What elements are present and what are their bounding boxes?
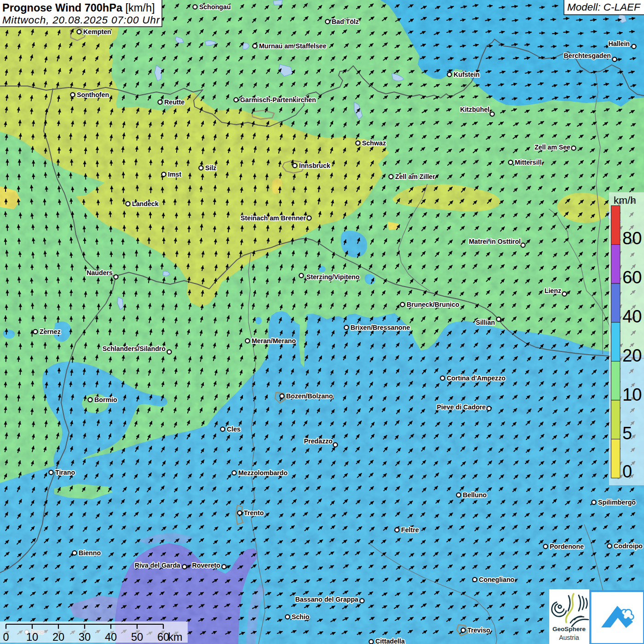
svg-text:Brixen/Bressanone: Brixen/Bressanone [351, 324, 410, 331]
svg-text:Kitzbühel: Kitzbühel [460, 106, 489, 113]
svg-text:Treviso: Treviso [467, 627, 490, 634]
svg-text:60: 60 [622, 268, 642, 287]
svg-text:0: 0 [622, 462, 632, 481]
svg-text:Trento: Trento [244, 509, 264, 517]
svg-text:Meran/Merano: Meran/Merano [252, 337, 296, 345]
svg-text:Bozen/Bolzano: Bozen/Bolzano [286, 392, 333, 400]
svg-text:Pieve di Cadore: Pieve di Cadore [437, 403, 486, 411]
svg-text:Steinach am Brenner: Steinach am Brenner [241, 214, 306, 222]
svg-text:Landeck: Landeck [132, 200, 159, 207]
svg-text:Matrei in Osttirol: Matrei in Osttirol [469, 238, 521, 245]
svg-text:Schlanders/Silandro: Schlanders/Silandro [103, 345, 166, 352]
svg-text:Sonthofen: Sonthofen [77, 91, 109, 98]
svg-text:Mittersill: Mittersill [515, 159, 541, 166]
svg-text:Cortina d'Ampezzo: Cortina d'Ampezzo [447, 374, 506, 382]
svg-text:50: 50 [131, 631, 143, 643]
svg-text:Bruneck/Brunico: Bruneck/Brunico [407, 301, 460, 308]
svg-text:km/h: km/h [614, 195, 636, 206]
svg-text:30: 30 [79, 631, 91, 643]
svg-text:Austria: Austria [559, 634, 579, 641]
svg-text:Cittadella: Cittadella [375, 638, 405, 644]
svg-text:Cles: Cles [227, 426, 241, 433]
svg-text:Bienno: Bienno [79, 549, 101, 557]
svg-text:GeoSphere: GeoSphere [552, 626, 586, 632]
svg-text:Sterzing/Vipiteno: Sterzing/Vipiteno [306, 273, 360, 281]
svg-text:Modell: C-LAEF: Modell: C-LAEF [567, 1, 641, 13]
svg-text:60: 60 [157, 631, 169, 643]
svg-text:Nauders: Nauders [86, 269, 113, 276]
svg-text:Innsbruck: Innsbruck [299, 162, 330, 169]
svg-text:Bassano del Grappa: Bassano del Grappa [295, 596, 358, 603]
svg-text:Garmisch-Partenkirchen: Garmisch-Partenkirchen [240, 96, 316, 104]
svg-text:0: 0 [3, 631, 9, 643]
svg-text:Silz: Silz [205, 164, 216, 172]
svg-text:10: 10 [622, 385, 642, 404]
svg-text:Zell am Ziller: Zell am Ziller [395, 173, 435, 180]
svg-text:5: 5 [622, 424, 632, 443]
svg-text:Riva del Garda: Riva del Garda [135, 562, 180, 569]
svg-text:Bad Tölz: Bad Tölz [332, 18, 359, 25]
svg-text:Kufstein: Kufstein [454, 71, 480, 78]
svg-text:Imst: Imst [168, 171, 181, 178]
svg-text:Zell am See: Zell am See [535, 144, 570, 151]
svg-text:Feltre: Feltre [401, 526, 419, 534]
svg-text:Sillian: Sillian [476, 319, 495, 326]
svg-text:Bormio: Bormio [94, 396, 117, 403]
svg-text:40: 40 [105, 631, 117, 643]
svg-text:Spilimbergo: Spilimbergo [598, 499, 636, 506]
svg-text:Belluno: Belluno [463, 491, 487, 499]
svg-text:Hallein: Hallein [608, 40, 630, 47]
svg-text:Predazzo: Predazzo [304, 437, 333, 445]
svg-text:Codroipo: Codroipo [614, 542, 643, 550]
svg-text:Prognose Wind 700hPa [km/h]: Prognose Wind 700hPa [km/h] [2, 2, 155, 14]
svg-text:10: 10 [26, 631, 38, 643]
svg-text:Conegliano: Conegliano [479, 576, 515, 583]
svg-text:Rovereto: Rovereto [192, 562, 221, 569]
svg-text:Berchtesgaden: Berchtesgaden [564, 52, 611, 59]
svg-text:km: km [168, 631, 182, 643]
svg-text:20: 20 [622, 346, 642, 365]
svg-text:Tirano: Tirano [55, 469, 75, 476]
svg-text:Reutte: Reutte [164, 98, 184, 106]
svg-text:Schio: Schio [292, 613, 310, 621]
svg-text:Murnau am Staffelsee: Murnau am Staffelsee [259, 42, 327, 50]
svg-text:40: 40 [622, 307, 642, 326]
svg-text:Schwaz: Schwaz [362, 139, 386, 147]
svg-text:Schongau: Schongau [199, 3, 231, 11]
svg-text:Kempten: Kempten [83, 28, 111, 35]
svg-text:20: 20 [52, 631, 64, 643]
svg-text:Lienz: Lienz [545, 287, 561, 294]
svg-text:Pordenone: Pordenone [550, 543, 584, 550]
svg-text:Mezzolombardo: Mezzolombardo [238, 469, 288, 477]
svg-text:80: 80 [622, 229, 642, 248]
svg-text:Mittwoch, 20.08.2025 07:00 Uhr: Mittwoch, 20.08.2025 07:00 Uhr [2, 14, 161, 26]
svg-text:Zernez: Zernez [40, 328, 61, 335]
